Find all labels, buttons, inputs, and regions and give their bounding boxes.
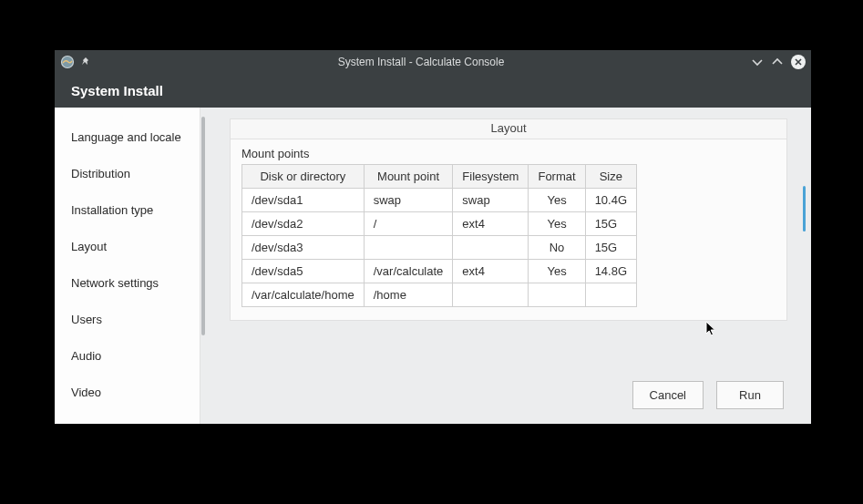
window-title: System Install - Calculate Console bbox=[91, 56, 751, 68]
cell-mount bbox=[364, 236, 453, 260]
sidebar-item-label: Language and locale bbox=[71, 130, 181, 144]
sidebar-item-label: Network settings bbox=[71, 276, 159, 290]
close-icon[interactable] bbox=[791, 55, 806, 69]
cell-fs: swap bbox=[453, 189, 529, 212]
sidebar: Language and locale Distribution Install… bbox=[55, 108, 200, 424]
titlebar: System Install - Calculate Console bbox=[55, 50, 811, 73]
col-format: Format bbox=[529, 165, 585, 189]
scrollbar-thumb[interactable] bbox=[201, 117, 205, 335]
cell-size: 14.8G bbox=[585, 260, 636, 283]
sidebar-item-label: Installation type bbox=[71, 203, 153, 217]
sidebar-item-video[interactable]: Video bbox=[55, 374, 200, 410]
content-scrollbar[interactable] bbox=[803, 186, 806, 231]
cell-fs: ext4 bbox=[453, 212, 529, 236]
sidebar-item-language[interactable]: Language and locale bbox=[55, 118, 200, 155]
cell-fs: ext4 bbox=[453, 260, 529, 283]
page-header: System Install bbox=[55, 73, 811, 108]
col-mount: Mount point bbox=[364, 165, 453, 189]
cell-mount: / bbox=[364, 212, 453, 236]
cell-disk: /dev/sda3 bbox=[242, 236, 365, 260]
maximize-icon[interactable] bbox=[771, 56, 784, 68]
sidebar-item-installation-type[interactable]: Installation type bbox=[55, 191, 200, 228]
cancel-button[interactable]: Cancel bbox=[632, 381, 704, 409]
sidebar-item-label: Audio bbox=[71, 349, 101, 363]
mount-points-table: Disk or directory Mount point Filesystem… bbox=[241, 164, 637, 307]
sidebar-item-layout[interactable]: Layout bbox=[55, 228, 200, 264]
table-row[interactable]: /var/calculate/home /home bbox=[242, 283, 637, 307]
sidebar-item-label: Layout bbox=[71, 240, 107, 253]
cell-format: No bbox=[529, 236, 585, 260]
sidebar-item-audio[interactable]: Audio bbox=[55, 337, 200, 374]
cell-format: Yes bbox=[529, 212, 585, 236]
sidebar-item-label: Users bbox=[71, 313, 102, 326]
table-row[interactable]: /dev/sda1 swap swap Yes 10.4G bbox=[242, 189, 637, 212]
cell-fs bbox=[453, 283, 529, 307]
cell-fs bbox=[453, 236, 529, 260]
cell-mount: swap bbox=[364, 189, 453, 212]
table-row[interactable]: /dev/sda3 No 15G bbox=[242, 236, 637, 260]
panel-box: Mount points Disk or directory Mount poi… bbox=[230, 139, 787, 321]
cell-disk: /dev/sda2 bbox=[242, 212, 365, 236]
cell-format: Yes bbox=[529, 260, 585, 283]
content-body: Language and locale Distribution Install… bbox=[55, 108, 811, 424]
cell-disk: /dev/sda1 bbox=[242, 189, 365, 212]
minimize-icon[interactable] bbox=[751, 56, 764, 68]
sidebar-item-label: Distribution bbox=[71, 167, 130, 180]
app-window: System Install - Calculate Console Syste… bbox=[55, 50, 811, 424]
run-button[interactable]: Run bbox=[716, 381, 784, 409]
col-size: Size bbox=[585, 165, 636, 189]
cell-size: 15G bbox=[585, 212, 636, 236]
cell-mount: /var/calculate bbox=[364, 260, 453, 283]
section-label: Mount points bbox=[241, 139, 776, 164]
cell-disk: /dev/sda5 bbox=[242, 260, 365, 283]
cell-size: 10.4G bbox=[585, 189, 636, 212]
col-disk: Disk or directory bbox=[242, 165, 365, 189]
main-panel: Layout Mount points Disk or directory Mo… bbox=[206, 108, 811, 424]
sidebar-item-distribution[interactable]: Distribution bbox=[55, 155, 200, 191]
cell-format: Yes bbox=[529, 189, 585, 212]
table-header-row: Disk or directory Mount point Filesystem… bbox=[242, 165, 637, 189]
table-row[interactable]: /dev/sda5 /var/calculate ext4 Yes 14.8G bbox=[242, 260, 637, 283]
cell-format bbox=[529, 283, 585, 307]
sidebar-item-label: Video bbox=[71, 386, 101, 399]
sidebar-item-users[interactable]: Users bbox=[55, 301, 200, 337]
table-row[interactable]: /dev/sda2 / ext4 Yes 15G bbox=[242, 212, 637, 236]
cell-size bbox=[585, 283, 636, 307]
button-row: Cancel Run bbox=[230, 372, 787, 415]
cell-mount: /home bbox=[364, 283, 453, 307]
cell-size: 15G bbox=[585, 236, 636, 260]
pin-icon[interactable] bbox=[80, 57, 91, 67]
col-fs: Filesystem bbox=[453, 165, 529, 189]
page-title: System Install bbox=[71, 83, 163, 98]
cell-disk: /var/calculate/home bbox=[242, 283, 365, 307]
sidebar-item-network[interactable]: Network settings bbox=[55, 264, 200, 301]
app-icon bbox=[60, 55, 75, 69]
panel-title: Layout bbox=[230, 118, 787, 139]
